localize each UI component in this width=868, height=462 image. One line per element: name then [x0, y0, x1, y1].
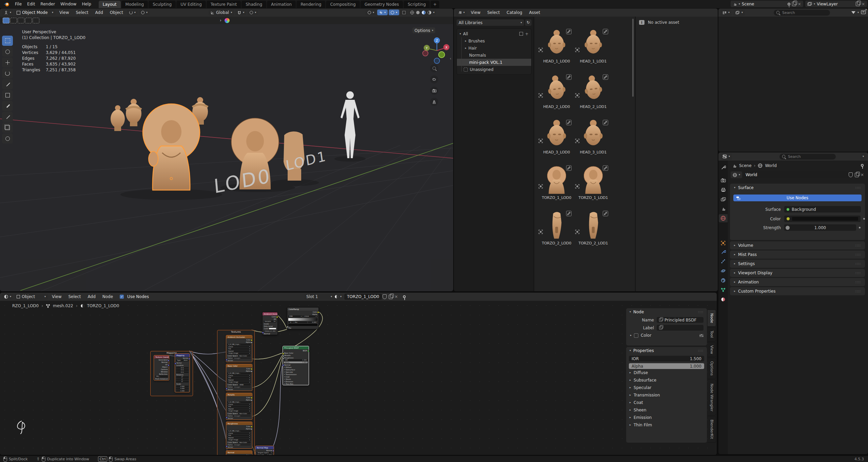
viewport-menu-select[interactable]: Select	[73, 10, 91, 15]
asset-card[interactable]: HEAD_2_LOD0	[540, 74, 573, 109]
tab-scripting[interactable]: Scripting	[404, 1, 430, 8]
filter-icon[interactable]	[851, 11, 855, 14]
camera-view-button[interactable]	[430, 87, 438, 95]
proportional-edit-dropdown[interactable]: ▾	[248, 10, 258, 15]
tab-texture-paint[interactable]: Texture Paint	[207, 1, 241, 8]
fake-user-icon[interactable]	[383, 294, 387, 299]
transform-orientation-dropdown[interactable]: Global ▾	[209, 10, 234, 16]
add-catalog-icon[interactable]: +	[525, 32, 528, 36]
select-mode-intersect-button[interactable]	[33, 18, 39, 23]
sidebar-tab-node[interactable]: Node	[708, 310, 716, 327]
asset-card[interactable]: HEAD_3_LOD1	[577, 119, 610, 154]
gizmo-minus-y[interactable]	[423, 51, 428, 56]
tab-output[interactable]	[719, 186, 728, 194]
snap-dropdown[interactable]: ▾	[235, 10, 246, 15]
colorramp-gradient[interactable]	[288, 318, 317, 321]
select-mode-invert-button[interactable]	[25, 18, 32, 23]
sidebar-tab-options[interactable]: Options	[708, 358, 716, 379]
world-name-field[interactable]: World	[743, 171, 848, 178]
sidebar-tab-tool[interactable]: Tool	[708, 327, 716, 341]
tool-settings-dropdown-1[interactable]: ▾	[127, 10, 138, 15]
menu-window[interactable]: Window	[58, 2, 79, 6]
bsdf-section-thin-film[interactable]: ▸Thin Film	[626, 421, 707, 429]
shader-menu-add[interactable]: Add	[85, 294, 98, 299]
overlays-toggle[interactable]: ▾	[389, 10, 399, 15]
menu-help[interactable]: Help	[79, 2, 94, 6]
edit-asset-icon[interactable]	[566, 29, 572, 34]
node-ambient-occlusion[interactable]: Ambient Occlusion Color AO Samples16 Ins…	[262, 312, 278, 335]
tab-modeling[interactable]: Modeling	[121, 1, 148, 8]
edit-asset-icon[interactable]	[603, 74, 608, 80]
panel-settings[interactable]: ▸Settings::::	[730, 260, 865, 268]
animate-dot[interactable]	[863, 218, 865, 220]
bsdf-section-sheen[interactable]: ▸Sheen	[626, 406, 707, 414]
fake-user-icon[interactable]	[849, 172, 853, 177]
edit-asset-icon[interactable]	[603, 211, 608, 216]
library-select[interactable]: All Libraries ▾	[457, 19, 524, 26]
move-tool[interactable]	[2, 57, 13, 68]
node-image-texture-metallic[interactable]: Metallic Color Alpha 3_0l_MB_trops... Li…	[226, 393, 252, 420]
solid-shading-icon[interactable]	[416, 11, 420, 15]
asset-card[interactable]: TORZO_1_LOD0	[540, 165, 573, 200]
world-color-swatch[interactable]	[784, 216, 861, 222]
breadcrumb-world[interactable]: World	[765, 163, 776, 168]
viewport-menu-add[interactable]: Add	[93, 10, 106, 15]
viewport-canvas[interactable]: LOD0 LOD1 User Perspective (1) Collectio…	[0, 24, 453, 291]
outliner-search[interactable]	[774, 10, 830, 16]
tool-header-expand-icon[interactable]: ›	[220, 18, 221, 22]
node-texture-coordinate[interactable]: Texture Coordinate Generated Normal UV O…	[154, 355, 169, 381]
catalog-item-normals[interactable]: Normals	[457, 52, 531, 59]
tab-layout[interactable]: Layout	[99, 1, 121, 8]
edit-asset-icon[interactable]	[566, 74, 572, 80]
panel-mist-pass[interactable]: ▸Mist Pass::::	[730, 251, 865, 259]
asset-menu-view[interactable]: View	[468, 10, 483, 15]
copy-datablock-icon[interactable]	[855, 173, 859, 177]
new-viewlayer-icon[interactable]	[856, 2, 860, 6]
catalog-all[interactable]: ▾ All +	[457, 30, 531, 37]
tool-settings-dropdown-2[interactable]: ▾	[139, 10, 150, 15]
node-image-texture-basecolor[interactable]: Base Color Color Alpha 3_0l_MB_trops... …	[226, 364, 252, 391]
sidebar-tab-blenderkit[interactable]: BlenderKit	[708, 416, 716, 443]
tab-material[interactable]	[719, 295, 728, 303]
world-browse-button[interactable]: ▾	[731, 171, 742, 178]
gizmo-z[interactable]: Z	[436, 39, 438, 42]
surface-shader-select[interactable]: Background	[784, 206, 861, 212]
asset-card[interactable]: HEAD_1_LOD0	[540, 28, 573, 63]
catalog-item-hair[interactable]: ▸Hair	[457, 44, 531, 52]
menu-render[interactable]: Render	[38, 2, 58, 6]
node-canvas[interactable]: RZO_1_LOD0 › mesh.022 › TORZO_1_LOD0	[0, 301, 717, 455]
material-name-field[interactable]: TORZO_1_LOD0	[344, 294, 382, 300]
add-workspace-button[interactable]: +	[430, 1, 439, 8]
tab-modifiers[interactable]	[719, 248, 728, 256]
panel-volume[interactable]: ▸Volume::::	[730, 241, 865, 250]
close-icon[interactable]: ×	[798, 2, 801, 6]
asset-grid-scrollbar[interactable]	[632, 19, 634, 97]
new-collection-button[interactable]: +	[861, 10, 866, 15]
tab-sculpting[interactable]: Sculpting	[149, 1, 176, 8]
node-colorramp[interactable]: ColorRamp Color Alpha RGB▾ Linear▾ 0 Pos…	[287, 307, 319, 329]
add-cube-tool[interactable]	[2, 123, 13, 133]
scale-tool[interactable]	[2, 79, 13, 89]
tab-render[interactable]	[719, 176, 728, 184]
properties-panel-header[interactable]: ▾ Properties ::::	[626, 347, 707, 354]
node-principled-bsdf-selected[interactable]: Principled BSDF BSDF Base Color Metallic…	[283, 346, 309, 385]
edit-asset-icon[interactable]	[603, 29, 608, 34]
refresh-library-button[interactable]: ↻	[525, 19, 532, 26]
asset-card[interactable]: HEAD_1_LOD1	[577, 28, 610, 63]
use-nodes-checkbox[interactable]: ✓	[120, 295, 124, 299]
properties-options-button[interactable]: ▾	[861, 153, 866, 160]
cursor-tool[interactable]	[2, 47, 13, 57]
tab-animation[interactable]: Animation	[267, 1, 296, 8]
gizmo-minus-x[interactable]	[439, 52, 445, 58]
region-collapse-icon[interactable]: ‹	[450, 57, 451, 60]
menu-edit[interactable]: Edit	[24, 2, 38, 6]
edit-asset-icon[interactable]	[603, 120, 608, 125]
tab-physics[interactable]	[719, 267, 728, 275]
pin-icon[interactable]	[861, 164, 864, 167]
pin-icon[interactable]	[403, 295, 406, 298]
node-panel-header[interactable]: ▾ Node ::::	[626, 308, 707, 316]
edit-asset-icon[interactable]	[566, 165, 572, 171]
panel-viewport-display[interactable]: ▸Viewport Display::::	[730, 269, 865, 277]
ior-slider[interactable]: IOR1.500	[629, 356, 704, 362]
zoom-button[interactable]	[430, 64, 438, 72]
